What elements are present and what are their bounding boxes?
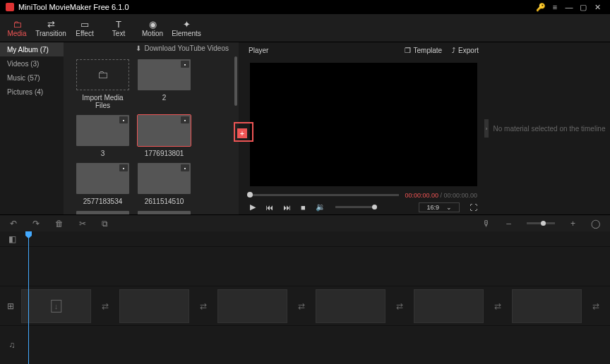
tab-elements[interactable]: ✦Elements (169, 14, 203, 42)
media-thumb[interactable]: ▪2611514510 (138, 163, 191, 205)
next-button[interactable]: ⏭ (283, 203, 291, 212)
volume-icon[interactable]: 🔉 (316, 202, 325, 212)
inspector-collapse-handle[interactable]: › (484, 119, 489, 138)
download-youtube-link[interactable]: ⬇Download YouTube Videos (136, 44, 229, 52)
seek-handle[interactable] (247, 192, 253, 198)
crop-button[interactable]: ⧉ (102, 219, 108, 229)
aspect-ratio-select[interactable]: 16:9⌄ (419, 202, 460, 212)
maximize-button[interactable]: ▢ (576, 0, 590, 14)
timeline-video-track[interactable]: ↓⇄ ⇄ ⇄ ⇄ ⇄ ⇄ (21, 286, 610, 325)
zoom-in-button[interactable]: + (570, 219, 575, 229)
import-media-button[interactable]: 🗀Import Media Files (76, 59, 129, 109)
transition-slot-icon[interactable]: ⇄ (494, 301, 501, 311)
timeline-clip[interactable]: ⇄ (119, 289, 189, 323)
timeline-clip[interactable]: ⇄ (512, 289, 582, 323)
transition-slot-icon[interactable]: ⇄ (396, 301, 403, 311)
media-caption: 2611514510 (138, 198, 191, 205)
seek-bar[interactable] (250, 194, 399, 196)
timeline-clip[interactable]: ↓⇄ (21, 289, 91, 323)
redo-button[interactable]: ↷ (32, 219, 40, 229)
undo-button[interactable]: ↶ (10, 219, 17, 229)
media-thumb[interactable]: ▪3 (76, 115, 129, 157)
zoom-fit-button[interactable]: ◯ (591, 219, 600, 229)
timeline-text-track[interactable] (24, 247, 610, 286)
tab-text[interactable]: TText (102, 14, 136, 42)
sidebar-item-videos[interactable]: Videos (3) (0, 56, 64, 71)
elements-icon: ✦ (183, 18, 191, 30)
timeline-ruler[interactable] (24, 231, 610, 246)
media-caption: 2577183534 (76, 198, 129, 205)
media-thumb[interactable] (76, 211, 129, 214)
timeline-clip[interactable]: ⇄ (414, 289, 484, 323)
tab-label: Transition (35, 30, 66, 37)
transition-slot-icon[interactable]: ⇄ (102, 301, 109, 311)
tab-media[interactable]: 🗀Media (0, 14, 34, 42)
placeholder-icon: ↓ (51, 300, 62, 313)
app-logo (6, 3, 14, 11)
time-display: 00:00:00.00 / 00:00:00.00 (405, 192, 477, 199)
tab-label: Text (112, 30, 125, 37)
zoom-slider[interactable] (527, 222, 555, 224)
template-label: Template (414, 47, 443, 54)
play-button[interactable]: ▶ (250, 202, 256, 212)
audio-track-icon: ♫ (0, 340, 24, 350)
import-label: Import Media Files (76, 94, 129, 109)
sidebar-item-music[interactable]: Music (57) (0, 71, 64, 85)
export-label: Export (458, 47, 479, 54)
split-button[interactable]: ✂ (79, 219, 86, 229)
export-icon: ⤴ (452, 47, 455, 54)
menu-icon[interactable]: ≡ (548, 0, 562, 14)
zoom-out-button[interactable]: – (506, 219, 511, 229)
video-badge-icon: ▪ (181, 61, 189, 68)
media-thumb[interactable]: ▪2 (138, 59, 191, 109)
sidebar-item-myalbum[interactable]: My Album (7) (0, 42, 64, 56)
tab-label: Elements (172, 30, 201, 37)
volume-slider[interactable] (335, 206, 375, 208)
player-title: Player (249, 47, 268, 54)
download-label: Download YouTube Videos (144, 44, 229, 52)
tab-transition[interactable]: ⇄Transition (34, 14, 68, 42)
media-thumb[interactable] (138, 211, 191, 214)
tab-label: Motion (142, 30, 163, 37)
playhead[interactable] (28, 231, 29, 364)
timeline-audio-track[interactable] (24, 326, 610, 364)
key-icon[interactable]: 🔑 (534, 0, 548, 14)
scrollbar[interactable] (234, 56, 237, 106)
inspector-empty-text: No material selected on the timeline (494, 125, 606, 133)
timeline-clip[interactable]: ⇄ (217, 289, 287, 323)
delete-button[interactable]: 🗑 (55, 219, 64, 229)
download-icon: ⬇ (136, 44, 141, 52)
transition-slot-icon[interactable]: ⇄ (200, 301, 207, 311)
motion-icon: ◉ (149, 18, 157, 30)
close-button[interactable]: ✕ (590, 0, 604, 14)
folder-icon: 🗀 (97, 68, 109, 81)
effect-icon: ▭ (80, 18, 89, 30)
tab-label: Media (7, 30, 26, 37)
zoom-handle[interactable] (541, 221, 546, 226)
transition-slot-icon[interactable]: ⇄ (298, 301, 305, 311)
sidebar-item-pictures[interactable]: Pictures (4) (0, 85, 64, 99)
folder-icon: 🗀 (13, 18, 22, 30)
fullscreen-button[interactable]: ⛶ (470, 203, 477, 212)
prev-button[interactable]: ⏮ (265, 203, 273, 212)
timeline-clip[interactable]: ⇄ (316, 289, 385, 323)
media-thumb[interactable]: ▪2577183534 (76, 163, 129, 205)
app-title: MiniTool MovieMaker Free 6.1.0 (18, 3, 129, 11)
timeline-layers-icon[interactable]: ◧ (0, 234, 24, 244)
export-button[interactable]: ⤴Export (452, 47, 479, 54)
media-caption: 1776913801 (138, 150, 191, 157)
minimize-button[interactable]: — (562, 0, 576, 14)
tab-effect[interactable]: ▭Effect (68, 14, 102, 42)
timeline-audio-icon[interactable]: 🎙 (482, 219, 491, 229)
video-preview[interactable] (250, 63, 477, 186)
media-thumb[interactable]: ▪1776913801 (138, 115, 191, 157)
video-track-icon: ⊞ (0, 301, 21, 311)
transition-slot-icon[interactable]: ⇄ (592, 301, 599, 311)
tab-label: Effect (76, 30, 93, 37)
volume-handle[interactable] (372, 205, 377, 210)
video-badge-icon: ▪ (119, 164, 128, 171)
video-badge-icon: ▪ (119, 116, 128, 123)
stop-button[interactable]: ■ (301, 203, 306, 212)
template-button[interactable]: ❐Template (405, 47, 443, 54)
tab-motion[interactable]: ◉Motion (136, 14, 169, 42)
